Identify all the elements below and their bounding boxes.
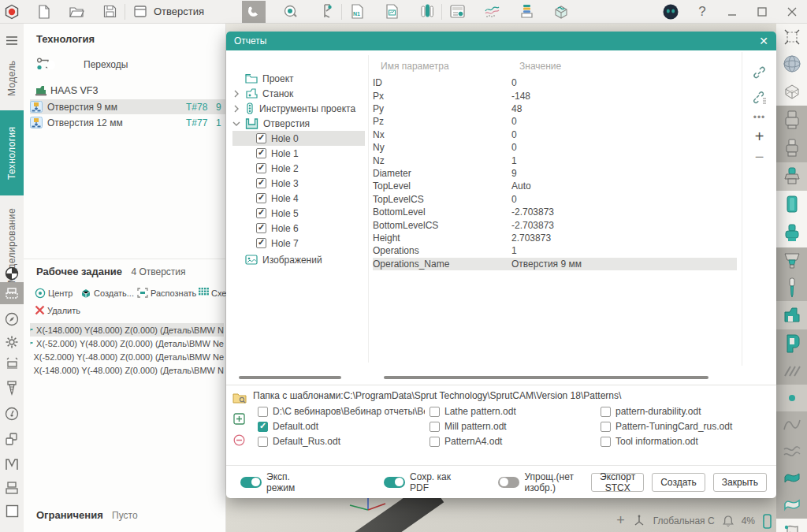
template-file[interactable]: pattern-durability.odt <box>601 406 768 417</box>
gauge-icon[interactable] <box>0 403 24 425</box>
param-row[interactable]: Pz0 <box>373 115 737 128</box>
link-icon[interactable] <box>753 66 766 80</box>
measure-tape-button[interactable] <box>278 1 302 23</box>
job-point-row[interactable]: X(-148.000) Y(48.000) Z(0.000) (Деталь\B… <box>30 323 224 337</box>
param-row[interactable]: Nz1 <box>373 154 737 166</box>
hole-checkbox[interactable] <box>256 163 266 173</box>
hole-checkbox[interactable] <box>256 208 266 218</box>
param-row[interactable]: BottomLevel-2.703873 <box>373 206 737 218</box>
param-row[interactable]: Operations1 <box>373 244 737 257</box>
copy-cubes-icon[interactable] <box>0 428 24 450</box>
template-file[interactable]: D:\С вебинаров\Вебинар отчеты\Вебин <box>258 406 425 417</box>
template-checkbox[interactable] <box>430 407 440 417</box>
param-row[interactable]: Py48 <box>373 102 737 115</box>
template-file[interactable]: Default.odt <box>258 421 425 432</box>
add-template-button[interactable] <box>233 413 245 425</box>
notifications-bell-icon[interactable] <box>723 515 734 527</box>
point-display-icon[interactable] <box>776 385 807 411</box>
machine-name[interactable]: HAAS VF3 <box>50 85 98 96</box>
toolpath-sim-icon[interactable] <box>776 329 807 358</box>
export-mode-toggle[interactable] <box>240 477 262 488</box>
tree-item-hole[interactable]: Hole 2 <box>232 161 365 176</box>
chevron-right-icon[interactable] <box>232 90 240 98</box>
tree-item-project[interactable]: Проект <box>232 71 365 86</box>
hole-checkbox[interactable] <box>256 193 266 203</box>
template-checkbox[interactable] <box>258 407 268 417</box>
recognize-button[interactable]: Распознать <box>137 288 196 298</box>
press-icon[interactable] <box>0 477 24 499</box>
nc-program-button[interactable]: N1 <box>345 1 369 23</box>
settings-gear-icon[interactable] <box>0 331 24 353</box>
delete-button[interactable]: Удалить <box>35 305 80 315</box>
tool-probe-icon[interactable] <box>776 274 807 301</box>
hole-checkbox[interactable] <box>256 148 266 158</box>
tools-library-button[interactable] <box>415 1 438 23</box>
mesh-sphere-icon[interactable] <box>776 50 807 77</box>
hole-checkbox[interactable] <box>256 238 266 248</box>
template-checkbox[interactable] <box>430 422 440 432</box>
param-row[interactable]: ID0 <box>373 76 737 89</box>
center-button[interactable]: Центр <box>35 288 73 299</box>
template-checkbox[interactable] <box>601 407 611 417</box>
template-folder-icon[interactable] <box>232 392 247 404</box>
remove-param-button[interactable]: − <box>755 153 764 161</box>
workpiece-quadrant-icon[interactable] <box>0 262 24 285</box>
param-row[interactable]: BottomLevelCS-2.703873 <box>373 218 737 231</box>
template-file[interactable]: Pattern-TuningCard_rus.odt <box>601 421 768 432</box>
assistant-robot-button[interactable] <box>659 1 682 23</box>
workpiece-flag-2-icon[interactable] <box>776 492 807 519</box>
snap-magnet-button[interactable] <box>242 1 266 23</box>
hole-checkbox[interactable] <box>256 223 266 233</box>
close-window-button[interactable] <box>780 1 804 23</box>
add-param-button[interactable]: + <box>755 131 764 142</box>
minimize-button[interactable] <box>720 1 744 23</box>
param-row[interactable]: Operations_NameОтверстия 9 мм <box>373 258 737 270</box>
bowl-display-icon[interactable] <box>776 247 807 274</box>
macro-m-icon[interactable] <box>0 453 24 475</box>
hatch-section-icon[interactable] <box>776 358 807 385</box>
calculator-button[interactable] <box>445 1 469 23</box>
more-options-icon[interactable]: ••• <box>753 115 766 120</box>
tree-item-hole[interactable]: Hole 7 <box>232 236 365 251</box>
hole-checkbox[interactable] <box>256 178 266 188</box>
table-hscrollbar[interactable] <box>384 376 708 379</box>
save-pdf-toggle-row[interactable]: Сохр. как PDF <box>384 471 459 493</box>
open-file-button[interactable] <box>65 1 88 23</box>
param-row[interactable]: Diameter9 <box>373 167 737 180</box>
holder-display-5-icon[interactable] <box>776 219 807 247</box>
tree-item-tools[interactable]: Инструменты проекта <box>232 101 365 116</box>
holder-display-3-icon[interactable] <box>776 162 807 191</box>
template-file[interactable]: Default_Rus.odt <box>258 436 425 447</box>
template-checkbox[interactable] <box>430 437 440 447</box>
tab-technology[interactable]: Технология <box>0 110 24 195</box>
simplified-toggle-row[interactable]: Упрощ.(нет изобр.) <box>498 471 591 493</box>
link-list-icon[interactable] <box>753 91 767 104</box>
tree-item-images[interactable]: Изображений <box>232 252 365 267</box>
postprocessor-box-button[interactable] <box>549 1 573 23</box>
help-button[interactable]: ? <box>690 1 714 23</box>
machine-setup-icon[interactable] <box>0 282 24 304</box>
template-checkbox[interactable] <box>601 422 611 432</box>
workpiece-flag-icon[interactable] <box>776 465 807 492</box>
template-checkbox[interactable] <box>258 422 268 432</box>
dialog-titlebar[interactable]: Отчеты ✕ <box>226 32 776 50</box>
param-row[interactable]: Ny0 <box>373 141 737 154</box>
operation-row[interactable]: Отверстия 12 мм T#77 1 <box>30 115 225 130</box>
export-mode-toggle-row[interactable]: Эксп. режим <box>240 471 309 493</box>
simplified-toggle[interactable] <box>498 477 519 488</box>
coordinate-system-label[interactable]: Глобальная СК <box>653 515 715 526</box>
tree-item-hole[interactable]: Hole 1 <box>232 146 365 161</box>
param-row[interactable]: TopLevelAuto <box>373 180 737 192</box>
holder-display-1-icon[interactable] <box>776 106 807 134</box>
dialog-close-icon[interactable]: ✕ <box>759 35 768 47</box>
tree-hscrollbar[interactable] <box>239 376 341 379</box>
job-point-row[interactable]: X(-52.000) Y(48.000) Z(0.000) (Деталь\BM… <box>30 337 224 350</box>
tree-item-hole[interactable]: Hole 0 <box>232 131 365 146</box>
job-point-row[interactable]: X(-52.000) Y(-48.000) Z(0.000) (Деталь\B… <box>30 350 224 363</box>
tree-item-hole[interactable]: Hole 4 <box>232 191 365 206</box>
add-cs-button[interactable]: + <box>616 512 625 529</box>
template-file[interactable]: PatternA4.odt <box>430 436 597 447</box>
tree-item-hole[interactable]: Hole 3 <box>232 176 365 191</box>
statistics-button[interactable] <box>480 1 504 23</box>
template-file[interactable]: Lathe pattern.odt <box>430 406 597 417</box>
